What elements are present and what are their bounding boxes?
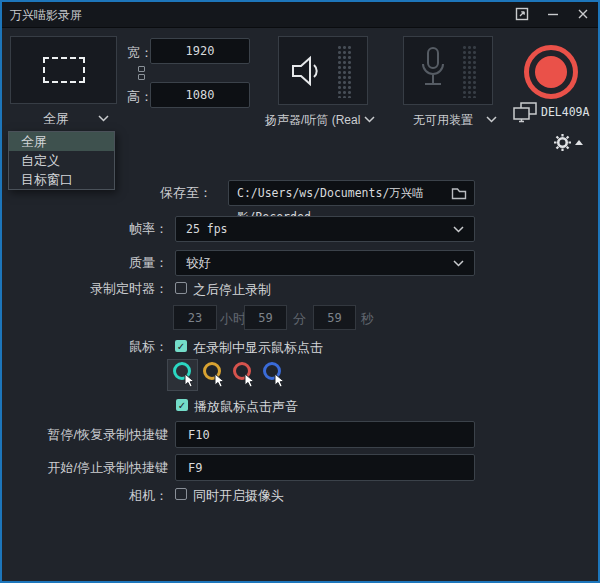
quality-label: 质量： <box>20 250 168 276</box>
framerate-label: 帧率： <box>20 216 168 242</box>
collapse-arrow-icon[interactable] <box>575 140 583 145</box>
start-hotkey-input[interactable]: F9 <box>175 454 475 481</box>
cursor-icon <box>214 373 226 389</box>
mouse-click-sound-label: 播放鼠标点击声音 <box>194 398 298 416</box>
mouse-label: 鼠标： <box>20 339 168 354</box>
timer-hours-input[interactable]: 23 <box>173 305 217 330</box>
chevron-down-icon <box>453 260 464 267</box>
timer-hours-unit: 小时 <box>220 310 246 328</box>
chevron-down-icon[interactable] <box>486 116 497 123</box>
browse-folder-icon[interactable] <box>451 186 467 200</box>
start-hotkey-label: 开始/停止录制快捷键 <box>20 454 168 481</box>
show-mouse-clicks-checkbox[interactable]: ✓ <box>175 340 187 352</box>
mic-device-select[interactable]: 无可用装置 <box>413 112 473 129</box>
camera-checkbox-label: 同时开启摄像头 <box>193 487 284 505</box>
display-device-selector[interactable] <box>513 102 538 127</box>
click-color-blue[interactable] <box>263 362 281 380</box>
timer-checkbox[interactable] <box>175 282 187 294</box>
timer-seconds-input[interactable]: 59 <box>313 305 356 330</box>
menu-item-target-window[interactable]: 目标窗口 <box>9 170 114 189</box>
speaker-icon <box>289 54 327 88</box>
menu-item-custom[interactable]: 自定义 <box>9 151 114 170</box>
speaker-toggle-button[interactable] <box>278 36 368 105</box>
pause-hotkey-label: 暂停/恢复录制快捷键 <box>20 421 168 448</box>
record-button-core <box>535 56 567 88</box>
microphone-toggle-button[interactable] <box>403 36 493 105</box>
restore-window-icon[interactable] <box>513 5 531 23</box>
chevron-down-icon[interactable] <box>364 116 375 123</box>
titlebar: 万兴喵影录屏 <box>0 0 600 28</box>
monitors-icon <box>513 102 538 123</box>
chevron-down-icon[interactable] <box>98 115 109 122</box>
close-icon[interactable] <box>574 5 592 23</box>
capture-area-button[interactable] <box>10 36 117 104</box>
framerate-select[interactable]: 25 fps <box>175 216 475 242</box>
chevron-down-icon <box>453 226 464 233</box>
save-to-label: 保存至： <box>100 180 212 206</box>
capture-mode-menu: 全屏 自定义 目标窗口 <box>8 131 115 190</box>
menu-item-fullscreen[interactable]: 全屏 <box>9 132 114 151</box>
timer-minutes-unit: 分 <box>293 310 306 328</box>
timer-checkbox-label: 之后停止录制 <box>193 281 271 299</box>
timer-seconds-unit: 秒 <box>361 310 374 328</box>
click-color-red[interactable] <box>233 362 251 380</box>
minimize-icon[interactable] <box>544 5 562 23</box>
click-color-teal[interactable] <box>173 362 191 380</box>
framerate-value: 25 fps <box>186 217 228 241</box>
camera-label: 相机： <box>20 488 168 503</box>
aspect-lock-icon[interactable] <box>138 66 145 80</box>
width-input[interactable]: 1920 <box>150 38 250 64</box>
timer-label: 录制定时器： <box>20 282 168 296</box>
save-path-input[interactable]: C:/Users/ws/Documents/万兴喵影/Recorded <box>228 180 475 206</box>
settings-gear-button[interactable] <box>554 134 571 155</box>
camera-checkbox[interactable] <box>175 488 187 500</box>
show-mouse-clicks-label: 在录制中显示鼠标点击 <box>193 339 323 357</box>
height-input[interactable]: 1080 <box>150 82 250 108</box>
mouse-click-sound-checkbox[interactable]: ✓ <box>176 399 188 411</box>
display-device-name: DEL409A <box>541 105 589 119</box>
pause-hotkey-input[interactable]: F10 <box>175 421 475 448</box>
record-button[interactable] <box>524 45 578 99</box>
speaker-level-meter <box>337 45 352 98</box>
cursor-icon <box>244 373 256 389</box>
click-color-yellow[interactable] <box>203 362 221 380</box>
speaker-device-select[interactable]: 扬声器/听筒 (Real <box>265 112 360 129</box>
microphone-icon <box>419 46 447 96</box>
cursor-icon <box>184 373 196 389</box>
capture-mode-select[interactable]: 全屏 <box>43 110 69 128</box>
window-title: 万兴喵影录屏 <box>10 7 82 24</box>
gear-icon <box>554 134 571 151</box>
timer-minutes-input[interactable]: 59 <box>244 305 287 330</box>
quality-value: 较好 <box>186 251 211 275</box>
cursor-icon <box>274 373 286 389</box>
app-window: 万兴喵影录屏 全屏 全屏 自定义 目标窗口 宽： 1920 高： 1080 <box>0 0 600 583</box>
quality-select[interactable]: 较好 <box>175 250 475 276</box>
mic-level-meter <box>462 45 477 98</box>
fullscreen-area-icon <box>43 57 85 83</box>
